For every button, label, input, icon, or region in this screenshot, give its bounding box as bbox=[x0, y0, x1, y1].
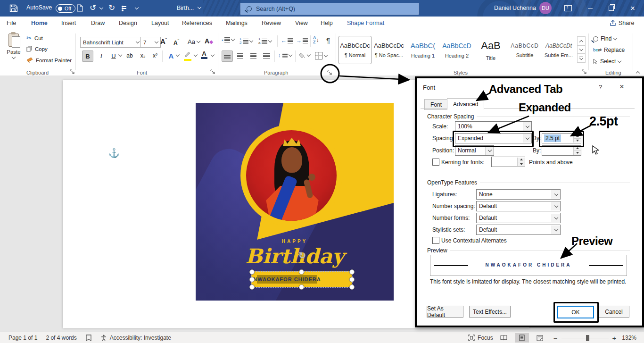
align-left-button[interactable] bbox=[222, 50, 233, 62]
zoom-out-button[interactable]: − bbox=[553, 334, 558, 342]
font-size-combo[interactable]: 7 bbox=[140, 37, 161, 48]
number-forms-dropdown[interactable]: Default bbox=[476, 213, 561, 223]
search-input[interactable]: Search (Alt+Q) bbox=[240, 3, 419, 15]
cut-button[interactable]: ✂ Cut bbox=[26, 34, 43, 42]
tab-design[interactable]: Design bbox=[119, 17, 137, 30]
underline-button[interactable]: U bbox=[108, 50, 119, 61]
kerning-checkbox[interactable] bbox=[432, 159, 439, 166]
proofing-icon[interactable] bbox=[85, 335, 92, 341]
select-button[interactable]: Select bbox=[593, 58, 621, 65]
stylistic-sets-dropdown[interactable]: Default bbox=[476, 225, 561, 235]
paragraph-dialog-launcher[interactable] bbox=[327, 70, 332, 75]
bold-button[interactable]: B bbox=[82, 50, 93, 62]
selection-handle[interactable] bbox=[349, 269, 355, 275]
selection-handle[interactable] bbox=[249, 269, 255, 275]
text-effects-button-dialog[interactable]: Text Effects... bbox=[469, 306, 511, 318]
strikethrough-button[interactable]: ab bbox=[124, 50, 135, 61]
selection-handle[interactable] bbox=[299, 284, 304, 290]
borders-button[interactable] bbox=[315, 52, 327, 59]
line-spacing-button[interactable]: ↕ bbox=[278, 52, 292, 58]
multilevel-list-button[interactable]: 1a bbox=[258, 37, 272, 45]
selection-handle[interactable] bbox=[249, 277, 255, 282]
selection-handle[interactable] bbox=[349, 277, 355, 282]
zoom-slider[interactable] bbox=[561, 338, 609, 338]
highlight-dropdown-icon[interactable] bbox=[194, 53, 198, 57]
dialog-tab-advanced[interactable]: Advanced bbox=[447, 98, 484, 110]
user-name[interactable]: Daniel Uchenna bbox=[494, 5, 536, 11]
tab-references[interactable]: References bbox=[182, 17, 212, 30]
print-layout-button[interactable] bbox=[515, 333, 529, 343]
tab-draw[interactable]: Draw bbox=[91, 17, 105, 30]
decrease-indent-button[interactable]: ← bbox=[281, 37, 293, 44]
focus-button[interactable]: Focus bbox=[478, 335, 493, 341]
show-paragraph-marks-button[interactable]: ¶ bbox=[326, 36, 330, 44]
underline-dropdown-icon[interactable] bbox=[118, 53, 122, 57]
selection-handle[interactable] bbox=[249, 284, 255, 290]
highlight-button[interactable] bbox=[184, 51, 191, 61]
styles-dialog-launcher[interactable] bbox=[582, 69, 587, 75]
ribbon-display-options-button[interactable] bbox=[559, 0, 578, 17]
new-document-icon[interactable] bbox=[77, 4, 83, 12]
tab-help[interactable]: Help bbox=[321, 17, 333, 30]
zoom-level[interactable]: 132% bbox=[622, 335, 636, 341]
style-subtle-emphasis[interactable]: AaBbCcDtSubtle Em... bbox=[542, 36, 575, 64]
title-dropdown-icon[interactable] bbox=[198, 5, 201, 9]
style-no-spacing[interactable]: AaBbCcDc¶ No Spac... bbox=[372, 36, 405, 64]
replace-button[interactable]: bc⇄ Replace bbox=[593, 47, 625, 53]
collapse-ribbon-icon[interactable] bbox=[636, 71, 640, 75]
align-center-button[interactable] bbox=[235, 50, 245, 61]
bullets-button[interactable]: ▪ bbox=[222, 37, 234, 42]
autosave-toggle[interactable]: Off bbox=[56, 4, 75, 13]
styles-row-down-button[interactable] bbox=[577, 45, 586, 54]
numbering-button[interactable]: 12 bbox=[239, 37, 253, 45]
paste-dropdown-icon[interactable] bbox=[12, 55, 16, 59]
font-color-dropdown-icon[interactable] bbox=[211, 53, 215, 57]
text-effects-button[interactable]: A bbox=[166, 50, 176, 61]
superscript-button[interactable]: x² bbox=[150, 50, 160, 61]
birthday-card-image[interactable]: HAPPY Birthday NWAOKAFOR CHIDERA ↻ bbox=[196, 103, 394, 301]
font-dialog-launcher[interactable] bbox=[210, 69, 215, 75]
close-button[interactable]: × bbox=[623, 0, 642, 17]
tab-view[interactable]: View bbox=[295, 17, 308, 30]
shrink-font-button[interactable]: Aˇ bbox=[173, 39, 179, 46]
number-spacing-dropdown[interactable]: Default bbox=[476, 201, 561, 211]
styles-row-up-button[interactable] bbox=[577, 36, 586, 46]
set-as-default-button[interactable]: Set As Default bbox=[427, 306, 463, 318]
increase-indent-button[interactable]: → bbox=[296, 37, 308, 44]
text-effects-dropdown-icon[interactable] bbox=[176, 53, 180, 57]
tab-layout[interactable]: Layout bbox=[151, 17, 169, 30]
dialog-close-icon[interactable]: × bbox=[619, 82, 624, 92]
font-name-combo[interactable]: Bahnschrift Light bbox=[80, 37, 142, 48]
style-title[interactable]: AaBTitle bbox=[474, 36, 507, 64]
dialog-help-icon[interactable]: ? bbox=[599, 84, 602, 91]
web-layout-button[interactable] bbox=[533, 333, 547, 343]
scale-dropdown[interactable]: 100% bbox=[455, 121, 532, 132]
zoom-slider-thumb[interactable] bbox=[586, 335, 589, 341]
undo-dropdown-icon[interactable] bbox=[99, 6, 103, 9]
tab-home[interactable]: Home bbox=[31, 17, 48, 31]
restore-button[interactable] bbox=[602, 0, 620, 17]
qat-customize-icon[interactable] bbox=[135, 6, 139, 9]
save-icon[interactable] bbox=[9, 4, 18, 12]
shading-button[interactable] bbox=[299, 52, 310, 59]
minimize-button[interactable] bbox=[581, 0, 600, 17]
change-case-button[interactable]: Aa bbox=[188, 38, 200, 45]
grow-font-button[interactable]: Aˆ bbox=[160, 37, 167, 45]
clipboard-dialog-launcher[interactable] bbox=[70, 69, 75, 75]
tab-insert[interactable]: Insert bbox=[61, 17, 76, 30]
tab-file[interactable]: File bbox=[7, 17, 16, 30]
selection-handle[interactable] bbox=[299, 269, 304, 275]
tab-review[interactable]: Review bbox=[262, 17, 281, 30]
format-painter-button[interactable]: Format Painter bbox=[26, 57, 72, 63]
clear-formatting-button[interactable]: A◆ bbox=[205, 37, 213, 45]
align-right-button[interactable] bbox=[248, 50, 258, 61]
italic-button[interactable]: I bbox=[96, 50, 107, 61]
tab-shape-format[interactable]: Shape Format bbox=[347, 17, 384, 30]
ligatures-dropdown[interactable]: None bbox=[476, 189, 561, 200]
kerning-size-field[interactable] bbox=[491, 157, 525, 167]
paste-button[interactable]: Paste bbox=[7, 33, 21, 60]
zoom-in-button[interactable]: + bbox=[612, 334, 617, 342]
tab-mailings[interactable]: Mailings bbox=[226, 17, 248, 30]
selection-handle[interactable] bbox=[349, 284, 355, 290]
subscript-button[interactable]: x₂ bbox=[138, 50, 148, 61]
